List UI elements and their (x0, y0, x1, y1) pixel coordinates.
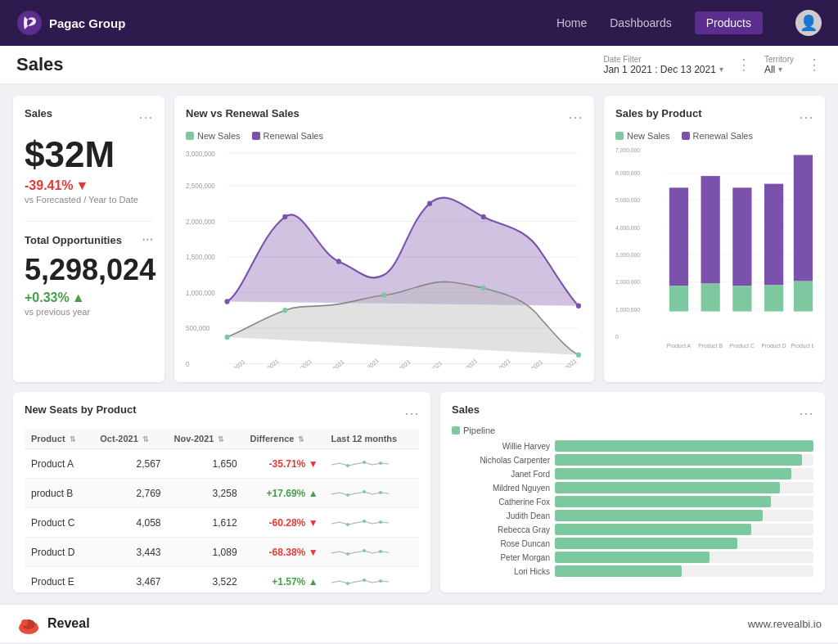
svg-text:2,500,000: 2,500,000 (186, 182, 215, 190)
svg-point-17 (336, 259, 341, 264)
svg-point-21 (224, 335, 229, 340)
pipeline-label: Pipeline (463, 426, 495, 435)
pipeline-bar (555, 468, 791, 480)
svg-rect-57 (701, 176, 720, 283)
pipeline-person-name: Rose Duncan (452, 539, 550, 548)
opps-section: Total Opportunities ⋯ 5,298,024 +0.33% ▲… (25, 221, 153, 317)
sales-by-product-card: Sales by Product ⋯ New Sales Renewal Sal… (604, 96, 825, 382)
svg-point-25 (576, 352, 581, 358)
sales-pipeline-more[interactable]: ⋯ (799, 404, 813, 422)
sbp-legend-renewal: Renewal Sales (682, 131, 753, 141)
svg-point-71 (346, 493, 349, 497)
cell-spark (325, 538, 419, 567)
pipeline-person-name: Mildred Nguyen (452, 484, 550, 493)
page-filters: Date Filter Jan 1 2021 : Dec 13 2021 ▾ ⋮… (603, 55, 822, 75)
table-row: Product D 3,443 1,089 -68.38% ▼ (25, 538, 419, 567)
date-filter-more[interactable]: ⋮ (737, 56, 751, 74)
svg-point-79 (379, 550, 382, 553)
cell-diff: +1.57% ▲ (244, 567, 325, 593)
down-icon: ▼ (309, 517, 318, 529)
svg-text:Oct-2021: Oct-2021 (521, 358, 544, 368)
svg-point-80 (346, 582, 349, 585)
footer-url: www.revealbi.io (748, 618, 822, 630)
pipeline-legend: Pipeline (452, 426, 813, 435)
down-arrow-icon: ▼ (76, 178, 89, 193)
row-1: Sales ⋯ $32M -39.41% ▼ vs Forecasted / Y… (13, 96, 825, 382)
cell-spark (325, 567, 419, 593)
territory-more[interactable]: ⋮ (807, 56, 822, 74)
nav-dashboards[interactable]: Dashboards (610, 16, 672, 29)
territory-label: Territory (764, 55, 794, 64)
svg-text:Product E: Product E (791, 343, 813, 349)
svg-text:Sep-2021: Sep-2021 (489, 357, 512, 368)
table-row: Product E 3,467 3,522 +1.57% ▲ (25, 567, 419, 593)
sales-by-product-more[interactable]: ⋯ (799, 108, 813, 126)
cell-nov: 1,612 (167, 508, 243, 538)
svg-rect-59 (732, 286, 751, 311)
svg-point-82 (379, 579, 382, 583)
col-spark: Last 12 months (325, 429, 419, 449)
svg-text:Product B: Product B (698, 343, 723, 349)
new-seats-more[interactable]: ⋯ (404, 404, 419, 422)
new-seats-title: New Seats by Product (25, 403, 137, 416)
svg-point-23 (381, 293, 386, 299)
pipeline-row: Nicholas Carpenter (452, 454, 813, 466)
pipeline-row: Janet Ford (452, 468, 813, 480)
pipeline-row: Judith Dean (452, 510, 813, 521)
date-filter-value[interactable]: Jan 1 2021 : Dec 13 2021 ▾ (603, 64, 723, 75)
svg-text:3,000,000: 3,000,000 (186, 150, 215, 158)
sales-by-product-title: Sales by Product (615, 107, 701, 119)
svg-point-16 (282, 214, 287, 220)
cell-nov: 1,089 (167, 538, 243, 567)
pipeline-bar-wrap (555, 565, 813, 577)
sbp-new-dot (615, 132, 624, 140)
svg-rect-66 (794, 155, 813, 281)
svg-point-85 (21, 619, 28, 626)
territory-chevron: ▾ (778, 65, 782, 74)
svg-text:6,000,000: 6,000,000 (615, 170, 640, 176)
pipeline-person-name: Lori Hicks (452, 567, 550, 576)
svg-text:2,000,000: 2,000,000 (186, 217, 215, 225)
pipeline-bar (555, 524, 751, 535)
svg-text:Mar-2021: Mar-2021 (290, 358, 313, 368)
new-vs-renewal-more[interactable]: ⋯ (568, 108, 583, 126)
svg-text:1,500,000: 1,500,000 (186, 253, 215, 261)
pipeline-bars: Willie HarveyNicholas CarpenterJanet For… (452, 440, 813, 579)
legend-renewal-sales: Renewal Sales (252, 131, 323, 141)
svg-rect-65 (794, 281, 813, 311)
svg-text:May-2021: May-2021 (356, 357, 381, 368)
cell-nov: 3,258 (167, 479, 243, 508)
svg-point-70 (379, 462, 382, 465)
pipeline-bar-wrap (555, 454, 813, 466)
nav-home[interactable]: Home (556, 16, 587, 29)
pipeline-bar-wrap (555, 468, 813, 480)
date-filter-group[interactable]: Date Filter Jan 1 2021 : Dec 13 2021 ▾ (603, 55, 723, 75)
svg-point-76 (379, 520, 382, 524)
pipeline-person-name: Willie Harvey (452, 442, 550, 451)
opps-more[interactable]: ⋯ (142, 233, 153, 246)
svg-point-69 (363, 461, 366, 464)
sales-by-product-legend: New Sales Renewal Sales (615, 131, 813, 141)
user-avatar[interactable]: 👤 (795, 10, 822, 36)
svg-text:Nov-2021: Nov-2021 (554, 357, 578, 368)
cell-nov: 1,650 (167, 449, 243, 479)
cell-product: Product A (25, 449, 93, 479)
pipeline-dot (452, 426, 460, 435)
svg-text:500,000: 500,000 (186, 324, 210, 332)
svg-rect-63 (764, 184, 783, 286)
nav-products[interactable]: Products (695, 11, 763, 34)
opps-subtitle: vs previous year (25, 307, 153, 317)
sales-kpi-more[interactable]: ⋯ (138, 108, 153, 126)
cell-diff: +17.69% ▲ (244, 479, 325, 508)
territory-value[interactable]: All ▾ (764, 64, 794, 75)
pipeline-row: Catherine Fox (452, 496, 813, 507)
sales-by-product-chart: 0 1,000,000 2,000,000 3,000,000 4,000,00… (615, 146, 813, 352)
svg-text:5,000,000: 5,000,000 (615, 197, 640, 203)
svg-rect-53 (669, 286, 688, 311)
nav-links: Home Dashboards Products 👤 (556, 10, 822, 36)
svg-text:1,000,000: 1,000,000 (615, 307, 640, 313)
footer-logo-icon (16, 611, 41, 636)
cell-product: Product E (25, 567, 93, 593)
date-filter-chevron: ▾ (719, 65, 723, 74)
territory-filter-group[interactable]: Territory All ▾ (764, 55, 794, 75)
